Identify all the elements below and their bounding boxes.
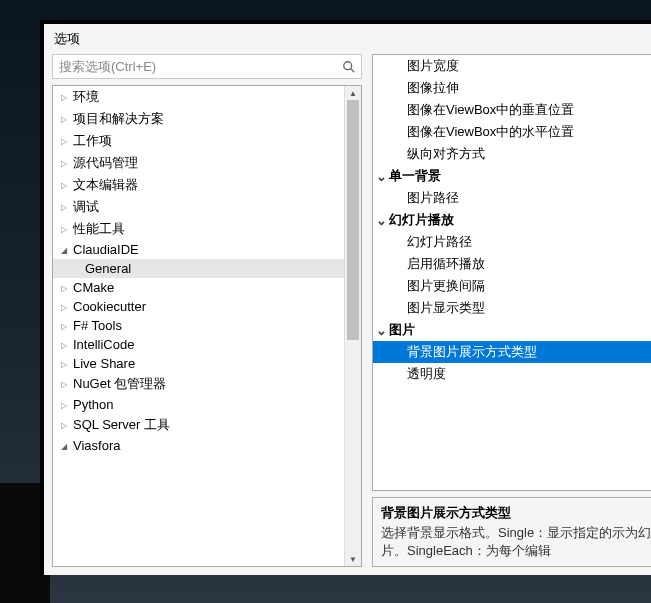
dialog-content: 环境项目和解决方案工作项源代码管理文本编辑器调试性能工具ClaudiaIDEGe… <box>44 54 651 575</box>
tree-item[interactable]: 工作项 <box>53 130 361 152</box>
svg-line-1 <box>351 68 355 72</box>
property-grid[interactable]: 图片宽度图像拉伸图像在ViewBox中的垂直位置图像在ViewBox中的水平位置… <box>372 54 651 491</box>
collapse-icon[interactable] <box>57 224 71 234</box>
collapse-icon[interactable] <box>57 180 71 190</box>
tree-item-label: 调试 <box>71 198 99 216</box>
tree-item-label: 文本编辑器 <box>71 176 138 194</box>
property-item[interactable]: 透明度 <box>373 363 651 385</box>
tree-item[interactable]: Cookiecutter <box>53 297 361 316</box>
property-item[interactable]: 图片宽度 <box>373 55 651 77</box>
tree-item-label: F# Tools <box>71 318 122 333</box>
collapse-icon[interactable] <box>57 202 71 212</box>
collapse-icon[interactable] <box>57 359 71 369</box>
property-label: 纵向对齐方式 <box>389 145 485 163</box>
dialog-title: 选项 <box>44 24 651 54</box>
tree-item-label: Cookiecutter <box>71 299 146 314</box>
scroll-up-arrow[interactable]: ▲ <box>345 86 361 100</box>
tree-item-child[interactable]: General <box>53 259 361 278</box>
search-wrap <box>52 54 362 79</box>
property-item[interactable]: 背景图片展示方式类型 <box>373 341 651 363</box>
property-label: 启用循环播放 <box>389 255 485 273</box>
options-tree[interactable]: 环境项目和解决方案工作项源代码管理文本编辑器调试性能工具ClaudiaIDEGe… <box>52 85 362 567</box>
tree-scrollbar[interactable]: ▲ ▼ <box>344 86 361 566</box>
collapse-icon[interactable] <box>57 379 71 389</box>
collapse-icon[interactable] <box>57 283 71 293</box>
tree-item-label: IntelliCode <box>71 337 134 352</box>
tree-item-label: ClaudiaIDE <box>71 242 139 257</box>
category-expand-icon[interactable] <box>373 169 389 184</box>
collapse-icon[interactable] <box>57 302 71 312</box>
collapse-icon[interactable] <box>57 114 71 124</box>
property-label: 透明度 <box>389 365 446 383</box>
property-label: 图片宽度 <box>389 57 459 75</box>
collapse-icon[interactable] <box>57 158 71 168</box>
tree-item-label: Live Share <box>71 356 135 371</box>
scroll-down-arrow[interactable]: ▼ <box>345 552 361 566</box>
tree-item[interactable]: IntelliCode <box>53 335 361 354</box>
tree-item[interactable]: 环境 <box>53 86 361 108</box>
property-label: 图像在ViewBox中的水平位置 <box>389 123 574 141</box>
property-label: 图像在ViewBox中的垂直位置 <box>389 101 574 119</box>
property-label: 单一背景 <box>389 167 441 185</box>
property-item[interactable]: 图像在ViewBox中的垂直位置 <box>373 99 651 121</box>
tree-item-label: 工作项 <box>71 132 112 150</box>
svg-point-0 <box>344 61 352 69</box>
tree-item[interactable]: 项目和解决方案 <box>53 108 361 130</box>
property-item[interactable]: 图像拉伸 <box>373 77 651 99</box>
property-label: 图片路径 <box>389 189 459 207</box>
expand-icon[interactable] <box>57 441 71 451</box>
tree-item[interactable]: SQL Server 工具 <box>53 414 361 436</box>
property-label: 背景图片展示方式类型 <box>389 343 537 361</box>
property-item[interactable]: 启用循环播放 <box>373 253 651 275</box>
collapse-icon[interactable] <box>57 92 71 102</box>
tree-item-label: Python <box>71 397 113 412</box>
collapse-icon[interactable] <box>57 400 71 410</box>
right-pane: 图片宽度图像拉伸图像在ViewBox中的垂直位置图像在ViewBox中的水平位置… <box>372 54 651 567</box>
property-item[interactable]: 图片显示类型 <box>373 297 651 319</box>
property-item[interactable]: 图像在ViewBox中的水平位置 <box>373 121 651 143</box>
category-expand-icon[interactable] <box>373 323 389 338</box>
property-label: 图像拉伸 <box>389 79 459 97</box>
tree-item-label: CMake <box>71 280 114 295</box>
tree-item[interactable]: CMake <box>53 278 361 297</box>
tree-item[interactable]: Live Share <box>53 354 361 373</box>
search-input[interactable] <box>52 54 362 79</box>
property-category[interactable]: 幻灯片播放 <box>373 209 651 231</box>
property-description: 背景图片展示方式类型 选择背景显示格式。Single：显示指定的示为幻灯片。Si… <box>372 497 651 567</box>
tree-item-label: NuGet 包管理器 <box>71 375 166 393</box>
left-pane: 环境项目和解决方案工作项源代码管理文本编辑器调试性能工具ClaudiaIDEGe… <box>52 54 362 567</box>
tree-item[interactable]: F# Tools <box>53 316 361 335</box>
category-expand-icon[interactable] <box>373 213 389 228</box>
property-category[interactable]: 图片 <box>373 319 651 341</box>
tree-item[interactable]: 性能工具 <box>53 218 361 240</box>
tree-item[interactable]: NuGet 包管理器 <box>53 373 361 395</box>
tree-item-label: 环境 <box>71 88 99 106</box>
expand-icon[interactable] <box>57 245 71 255</box>
tree-item-label: 源代码管理 <box>71 154 138 172</box>
description-text: 选择背景显示格式。Single：显示指定的示为幻灯片。SingleEach：为每… <box>381 524 651 560</box>
tree-item[interactable]: Viasfora <box>53 436 361 455</box>
property-item[interactable]: 图片更换间隔 <box>373 275 651 297</box>
description-title: 背景图片展示方式类型 <box>381 504 651 522</box>
property-label: 幻灯片路径 <box>389 233 472 251</box>
tree-item[interactable]: ClaudiaIDE <box>53 240 361 259</box>
scroll-thumb[interactable] <box>347 100 359 340</box>
tree-item[interactable]: 文本编辑器 <box>53 174 361 196</box>
property-label: 幻灯片播放 <box>389 211 454 229</box>
property-item[interactable]: 幻灯片路径 <box>373 231 651 253</box>
collapse-icon[interactable] <box>57 321 71 331</box>
tree-item[interactable]: Python <box>53 395 361 414</box>
collapse-icon[interactable] <box>57 420 71 430</box>
tree-item-label: SQL Server 工具 <box>71 416 170 434</box>
collapse-icon[interactable] <box>57 340 71 350</box>
collapse-icon[interactable] <box>57 136 71 146</box>
tree-item[interactable]: 调试 <box>53 196 361 218</box>
property-label: 图片 <box>389 321 415 339</box>
property-item[interactable]: 图片路径 <box>373 187 651 209</box>
property-item[interactable]: 纵向对齐方式 <box>373 143 651 165</box>
search-icon[interactable] <box>342 60 356 74</box>
tree-item-label: 项目和解决方案 <box>71 110 164 128</box>
tree-item-label: 性能工具 <box>71 220 125 238</box>
tree-item[interactable]: 源代码管理 <box>53 152 361 174</box>
property-category[interactable]: 单一背景 <box>373 165 651 187</box>
